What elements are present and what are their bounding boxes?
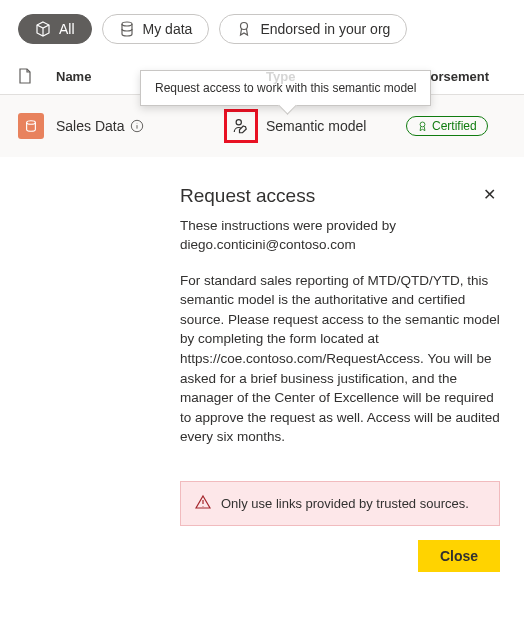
svg-point-5 bbox=[420, 122, 425, 127]
item-name: Sales Data bbox=[56, 118, 216, 134]
filter-endorsed[interactable]: Endorsed in your org bbox=[219, 14, 407, 44]
svg-point-0 bbox=[122, 22, 132, 26]
info-icon[interactable] bbox=[130, 119, 144, 133]
filter-mydata[interactable]: My data bbox=[102, 14, 210, 44]
svg-point-2 bbox=[27, 121, 36, 125]
filter-label: Endorsed in your org bbox=[260, 21, 390, 37]
filter-label: All bbox=[59, 21, 75, 37]
cube-icon bbox=[35, 21, 51, 37]
ribbon-icon bbox=[417, 121, 428, 132]
trust-warning: Only use links provided by trusted sourc… bbox=[180, 481, 500, 526]
column-icon-header bbox=[18, 68, 56, 84]
dialog-title: Request access bbox=[180, 185, 315, 207]
request-access-button[interactable] bbox=[224, 109, 258, 143]
filter-bar: All My data Endorsed in your org bbox=[0, 0, 524, 56]
close-icon[interactable]: ✕ bbox=[479, 185, 500, 205]
close-button[interactable]: Close bbox=[418, 540, 500, 572]
certified-badge: Certified bbox=[406, 116, 488, 136]
dialog-intro: These instructions were provided by dieg… bbox=[180, 217, 500, 255]
request-access-dialog: Request access ✕ These instructions were… bbox=[180, 185, 500, 572]
warning-icon bbox=[195, 494, 211, 513]
filter-all[interactable]: All bbox=[18, 14, 92, 44]
dataset-icon bbox=[18, 113, 44, 139]
column-type-header[interactable]: Type bbox=[266, 69, 406, 84]
item-type: Semantic model bbox=[266, 118, 406, 134]
filter-label: My data bbox=[143, 21, 193, 37]
database-icon bbox=[119, 21, 135, 37]
dialog-body: For standard sales reporting of MTD/QTD/… bbox=[180, 271, 500, 447]
svg-point-4 bbox=[236, 120, 241, 125]
svg-point-1 bbox=[241, 23, 248, 30]
ribbon-icon bbox=[236, 21, 252, 37]
